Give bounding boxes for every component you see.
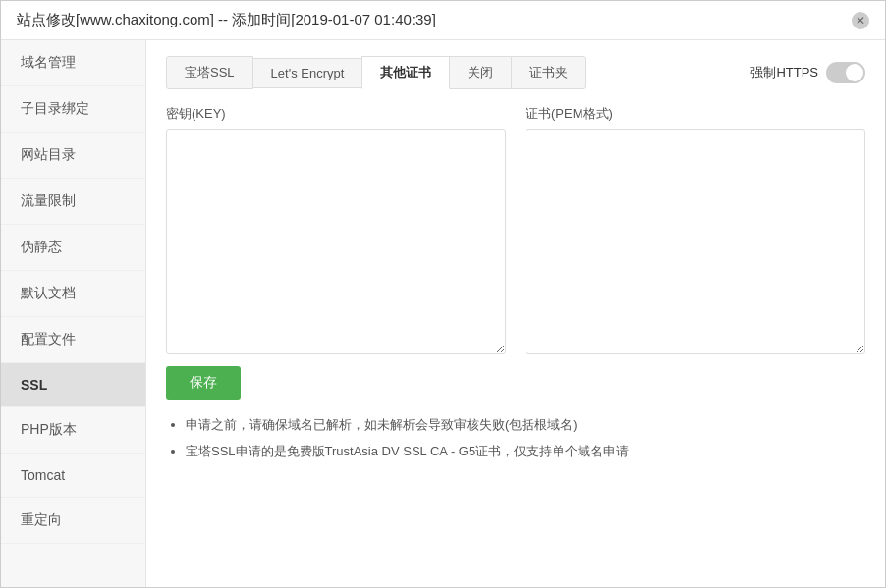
cert-form-row: 密钥(KEY) 证书(PEM格式) xyxy=(166,105,865,354)
sidebar-item-sitedir[interactable]: 网站目录 xyxy=(1,133,145,179)
main-content: 域名管理子目录绑定网站目录流量限制伪静态默认文档配置文件SSLPHP版本Tomc… xyxy=(1,40,885,587)
key-form-group: 密钥(KEY) xyxy=(166,105,506,354)
note-item-0: 申请之前，请确保域名已解析，如未解析会导致审核失败(包括根域名) xyxy=(186,415,865,436)
tab-lets-encrypt[interactable]: Let's Encrypt xyxy=(252,58,363,88)
title-bar: 站点修改[www.chaxitong.com] -- 添加时间[2019-01-… xyxy=(1,1,885,40)
key-textarea[interactable] xyxy=(166,129,506,354)
tab-other-cert[interactable]: 其他证书 xyxy=(361,56,450,89)
sidebar-item-subdir[interactable]: 子目录绑定 xyxy=(1,86,145,133)
close-icon: ✕ xyxy=(856,14,865,27)
close-button[interactable]: ✕ xyxy=(852,12,869,29)
key-label: 密钥(KEY) xyxy=(166,105,506,123)
force-https-toggle[interactable] xyxy=(826,62,865,83)
sidebar-item-tomcat[interactable]: Tomcat xyxy=(1,454,145,498)
main-window: 站点修改[www.chaxitong.com] -- 添加时间[2019-01-… xyxy=(0,0,886,588)
cert-form-group: 证书(PEM格式) xyxy=(526,105,865,354)
sidebar-item-ssl[interactable]: SSL xyxy=(1,363,145,407)
tab-cert-folder[interactable]: 证书夹 xyxy=(511,56,586,89)
tab-baota-ssl[interactable]: 宝塔SSL xyxy=(166,56,253,89)
force-https-label: 强制HTTPS xyxy=(750,64,818,81)
tab-close[interactable]: 关闭 xyxy=(449,56,512,89)
tab-bar: 宝塔SSLLet's Encrypt其他证书关闭证书夹强制HTTPS xyxy=(166,56,865,89)
save-button[interactable]: 保存 xyxy=(166,366,241,400)
sidebar-item-redirect[interactable]: 重定向 xyxy=(1,498,145,544)
content-area: 宝塔SSLLet's Encrypt其他证书关闭证书夹强制HTTPS 密钥(KE… xyxy=(146,40,885,587)
note-item-1: 宝塔SSL申请的是免费版TrustAsia DV SSL CA - G5证书，仅… xyxy=(186,442,865,462)
sidebar-item-defaultdoc[interactable]: 默认文档 xyxy=(1,271,145,317)
window-title: 站点修改[www.chaxitong.com] -- 添加时间[2019-01-… xyxy=(17,11,436,29)
force-https-group: 强制HTTPS xyxy=(750,62,865,83)
sidebar-item-ratelimit[interactable]: 流量限制 xyxy=(1,179,145,225)
cert-label: 证书(PEM格式) xyxy=(526,105,865,123)
sidebar-item-pseudo[interactable]: 伪静态 xyxy=(1,225,145,271)
sidebar-item-phpver[interactable]: PHP版本 xyxy=(1,407,145,454)
cert-textarea[interactable] xyxy=(526,129,865,354)
sidebar-item-configfile[interactable]: 配置文件 xyxy=(1,317,145,363)
sidebar: 域名管理子目录绑定网站目录流量限制伪静态默认文档配置文件SSLPHP版本Tomc… xyxy=(1,40,146,587)
sidebar-item-domain[interactable]: 域名管理 xyxy=(1,40,145,86)
notes-list: 申请之前，请确保域名已解析，如未解析会导致审核失败(包括根域名)宝塔SSL申请的… xyxy=(166,415,865,462)
